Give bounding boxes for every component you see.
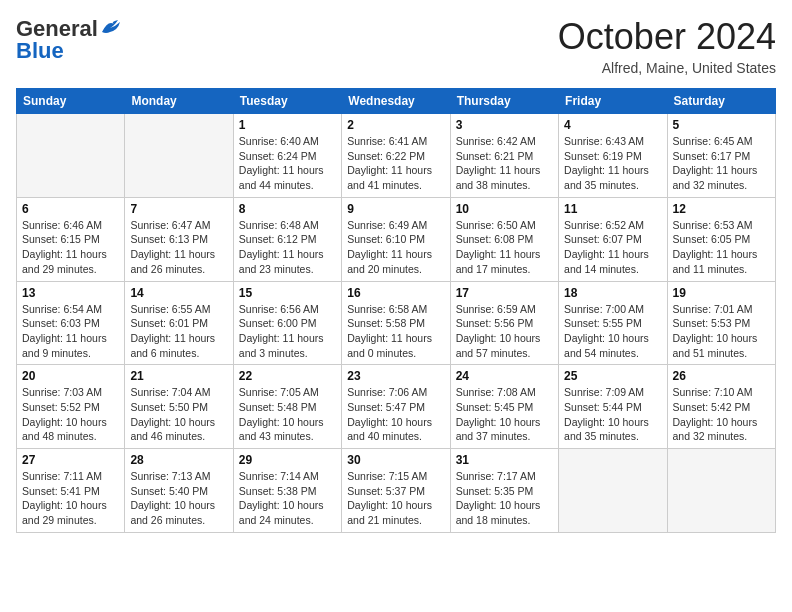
day-number: 29	[239, 453, 336, 467]
weekday-header: Friday	[559, 89, 667, 114]
weekday-header: Sunday	[17, 89, 125, 114]
day-info: Sunrise: 7:00 AMSunset: 5:55 PMDaylight:…	[564, 302, 661, 361]
calendar-week-row: 1Sunrise: 6:40 AMSunset: 6:24 PMDaylight…	[17, 114, 776, 198]
calendar-cell: 7Sunrise: 6:47 AMSunset: 6:13 PMDaylight…	[125, 197, 233, 281]
day-info: Sunrise: 7:05 AMSunset: 5:48 PMDaylight:…	[239, 385, 336, 444]
day-info: Sunrise: 6:56 AMSunset: 6:00 PMDaylight:…	[239, 302, 336, 361]
day-number: 22	[239, 369, 336, 383]
title-block: October 2024 Alfred, Maine, United State…	[558, 16, 776, 76]
day-info: Sunrise: 7:13 AMSunset: 5:40 PMDaylight:…	[130, 469, 227, 528]
day-number: 3	[456, 118, 553, 132]
calendar-table: SundayMondayTuesdayWednesdayThursdayFrid…	[16, 88, 776, 533]
day-info: Sunrise: 6:43 AMSunset: 6:19 PMDaylight:…	[564, 134, 661, 193]
calendar-cell: 9Sunrise: 6:49 AMSunset: 6:10 PMDaylight…	[342, 197, 450, 281]
day-number: 1	[239, 118, 336, 132]
day-info: Sunrise: 7:08 AMSunset: 5:45 PMDaylight:…	[456, 385, 553, 444]
month-title: October 2024	[558, 16, 776, 58]
location: Alfred, Maine, United States	[558, 60, 776, 76]
calendar-week-row: 6Sunrise: 6:46 AMSunset: 6:15 PMDaylight…	[17, 197, 776, 281]
day-info: Sunrise: 7:11 AMSunset: 5:41 PMDaylight:…	[22, 469, 119, 528]
calendar-cell	[17, 114, 125, 198]
calendar-cell: 22Sunrise: 7:05 AMSunset: 5:48 PMDayligh…	[233, 365, 341, 449]
day-number: 17	[456, 286, 553, 300]
calendar-cell	[559, 449, 667, 533]
page-header: General Blue October 2024 Alfred, Maine,…	[16, 16, 776, 76]
weekday-header: Monday	[125, 89, 233, 114]
day-info: Sunrise: 6:46 AMSunset: 6:15 PMDaylight:…	[22, 218, 119, 277]
calendar-cell: 30Sunrise: 7:15 AMSunset: 5:37 PMDayligh…	[342, 449, 450, 533]
logo: General Blue	[16, 16, 122, 64]
day-info: Sunrise: 6:47 AMSunset: 6:13 PMDaylight:…	[130, 218, 227, 277]
day-number: 15	[239, 286, 336, 300]
weekday-header: Tuesday	[233, 89, 341, 114]
calendar-cell: 23Sunrise: 7:06 AMSunset: 5:47 PMDayligh…	[342, 365, 450, 449]
calendar-cell: 5Sunrise: 6:45 AMSunset: 6:17 PMDaylight…	[667, 114, 775, 198]
calendar-cell	[667, 449, 775, 533]
day-number: 23	[347, 369, 444, 383]
day-number: 7	[130, 202, 227, 216]
day-number: 20	[22, 369, 119, 383]
day-info: Sunrise: 6:40 AMSunset: 6:24 PMDaylight:…	[239, 134, 336, 193]
day-info: Sunrise: 7:14 AMSunset: 5:38 PMDaylight:…	[239, 469, 336, 528]
calendar-cell: 11Sunrise: 6:52 AMSunset: 6:07 PMDayligh…	[559, 197, 667, 281]
calendar-cell: 4Sunrise: 6:43 AMSunset: 6:19 PMDaylight…	[559, 114, 667, 198]
day-number: 5	[673, 118, 770, 132]
calendar-cell: 28Sunrise: 7:13 AMSunset: 5:40 PMDayligh…	[125, 449, 233, 533]
day-info: Sunrise: 7:17 AMSunset: 5:35 PMDaylight:…	[456, 469, 553, 528]
calendar-cell: 29Sunrise: 7:14 AMSunset: 5:38 PMDayligh…	[233, 449, 341, 533]
day-info: Sunrise: 7:09 AMSunset: 5:44 PMDaylight:…	[564, 385, 661, 444]
day-number: 11	[564, 202, 661, 216]
calendar-cell: 18Sunrise: 7:00 AMSunset: 5:55 PMDayligh…	[559, 281, 667, 365]
day-info: Sunrise: 6:45 AMSunset: 6:17 PMDaylight:…	[673, 134, 770, 193]
calendar-cell: 19Sunrise: 7:01 AMSunset: 5:53 PMDayligh…	[667, 281, 775, 365]
weekday-header: Saturday	[667, 89, 775, 114]
day-info: Sunrise: 7:06 AMSunset: 5:47 PMDaylight:…	[347, 385, 444, 444]
day-number: 10	[456, 202, 553, 216]
calendar-cell: 6Sunrise: 6:46 AMSunset: 6:15 PMDaylight…	[17, 197, 125, 281]
day-number: 31	[456, 453, 553, 467]
calendar-cell: 20Sunrise: 7:03 AMSunset: 5:52 PMDayligh…	[17, 365, 125, 449]
day-info: Sunrise: 6:42 AMSunset: 6:21 PMDaylight:…	[456, 134, 553, 193]
logo-blue: Blue	[16, 38, 64, 64]
calendar-cell: 27Sunrise: 7:11 AMSunset: 5:41 PMDayligh…	[17, 449, 125, 533]
calendar-cell	[125, 114, 233, 198]
day-number: 14	[130, 286, 227, 300]
calendar-cell: 1Sunrise: 6:40 AMSunset: 6:24 PMDaylight…	[233, 114, 341, 198]
day-info: Sunrise: 7:10 AMSunset: 5:42 PMDaylight:…	[673, 385, 770, 444]
day-number: 6	[22, 202, 119, 216]
day-info: Sunrise: 6:58 AMSunset: 5:58 PMDaylight:…	[347, 302, 444, 361]
calendar-cell: 17Sunrise: 6:59 AMSunset: 5:56 PMDayligh…	[450, 281, 558, 365]
calendar-cell: 15Sunrise: 6:56 AMSunset: 6:00 PMDayligh…	[233, 281, 341, 365]
weekday-header: Wednesday	[342, 89, 450, 114]
calendar-cell: 24Sunrise: 7:08 AMSunset: 5:45 PMDayligh…	[450, 365, 558, 449]
logo-bird-icon	[100, 18, 122, 36]
day-info: Sunrise: 6:53 AMSunset: 6:05 PMDaylight:…	[673, 218, 770, 277]
day-info: Sunrise: 6:52 AMSunset: 6:07 PMDaylight:…	[564, 218, 661, 277]
calendar-cell: 14Sunrise: 6:55 AMSunset: 6:01 PMDayligh…	[125, 281, 233, 365]
day-number: 8	[239, 202, 336, 216]
calendar-cell: 10Sunrise: 6:50 AMSunset: 6:08 PMDayligh…	[450, 197, 558, 281]
day-info: Sunrise: 6:49 AMSunset: 6:10 PMDaylight:…	[347, 218, 444, 277]
day-number: 28	[130, 453, 227, 467]
day-info: Sunrise: 6:54 AMSunset: 6:03 PMDaylight:…	[22, 302, 119, 361]
calendar-week-row: 13Sunrise: 6:54 AMSunset: 6:03 PMDayligh…	[17, 281, 776, 365]
day-number: 30	[347, 453, 444, 467]
calendar-cell: 26Sunrise: 7:10 AMSunset: 5:42 PMDayligh…	[667, 365, 775, 449]
day-number: 12	[673, 202, 770, 216]
day-info: Sunrise: 7:03 AMSunset: 5:52 PMDaylight:…	[22, 385, 119, 444]
day-number: 25	[564, 369, 661, 383]
day-number: 27	[22, 453, 119, 467]
calendar-cell: 25Sunrise: 7:09 AMSunset: 5:44 PMDayligh…	[559, 365, 667, 449]
day-number: 19	[673, 286, 770, 300]
day-number: 18	[564, 286, 661, 300]
day-info: Sunrise: 6:50 AMSunset: 6:08 PMDaylight:…	[456, 218, 553, 277]
day-info: Sunrise: 6:55 AMSunset: 6:01 PMDaylight:…	[130, 302, 227, 361]
day-info: Sunrise: 6:59 AMSunset: 5:56 PMDaylight:…	[456, 302, 553, 361]
day-number: 26	[673, 369, 770, 383]
day-info: Sunrise: 6:41 AMSunset: 6:22 PMDaylight:…	[347, 134, 444, 193]
calendar-header-row: SundayMondayTuesdayWednesdayThursdayFrid…	[17, 89, 776, 114]
day-info: Sunrise: 7:04 AMSunset: 5:50 PMDaylight:…	[130, 385, 227, 444]
day-info: Sunrise: 7:15 AMSunset: 5:37 PMDaylight:…	[347, 469, 444, 528]
day-info: Sunrise: 6:48 AMSunset: 6:12 PMDaylight:…	[239, 218, 336, 277]
calendar-cell: 16Sunrise: 6:58 AMSunset: 5:58 PMDayligh…	[342, 281, 450, 365]
